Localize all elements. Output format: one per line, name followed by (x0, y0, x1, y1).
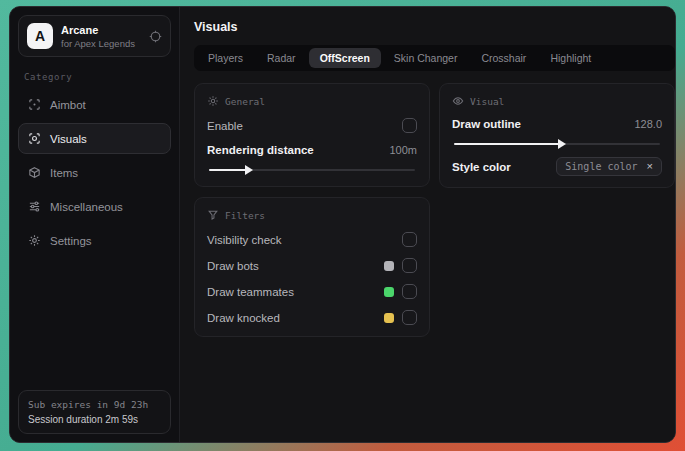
sidebar-item-items[interactable]: Items (18, 157, 171, 188)
style-color-value: Single color (565, 161, 637, 172)
sidebar-nav: Aimbot Visuals (18, 89, 171, 256)
visibility-check-label: Visibility check (207, 234, 282, 246)
style-color-row: Style color Single color × (452, 157, 662, 176)
main-content: Visuals Players Radar OffScreen Skin Cha… (180, 7, 676, 442)
tab-radar[interactable]: Radar (256, 48, 307, 68)
slider-fill (209, 169, 246, 171)
draw-bots-checkbox[interactable] (402, 258, 417, 273)
aimbot-icon (28, 98, 41, 111)
session-duration: Session duration 2m 59s (28, 414, 161, 425)
filters-panel-header: Filters (207, 209, 417, 221)
general-panel-title: General (225, 96, 265, 107)
subscription-card: Sub expires in 9d 23h Session duration 2… (18, 390, 171, 434)
rendering-distance-label: Rendering distance (207, 144, 314, 156)
draw-teammates-label: Draw teammates (207, 286, 294, 298)
rendering-distance-slider[interactable] (209, 169, 415, 171)
target-icon[interactable] (149, 30, 162, 43)
sidebar: A Arcane for Apex Legends Category (10, 7, 180, 442)
general-panel-header: General (207, 95, 417, 107)
tab-bar: Players Radar OffScreen Skin Changer Cro… (194, 45, 675, 71)
rendering-distance-value: 100m (389, 144, 417, 156)
sidebar-item-miscellaneous[interactable]: Miscellaneous (18, 191, 171, 222)
slider-thumb[interactable] (245, 165, 253, 175)
draw-knocked-row: Draw knocked (207, 310, 417, 325)
settings-icon (28, 234, 41, 247)
eye-icon (452, 95, 464, 107)
visual-panel-header: Visual (452, 95, 662, 107)
tab-highlight[interactable]: Highlight (539, 48, 602, 68)
visibility-check-checkbox[interactable] (402, 232, 417, 247)
style-color-label: Style color (452, 161, 511, 173)
visuals-icon (28, 132, 41, 145)
draw-teammates-row: Draw teammates (207, 284, 417, 299)
desktop-background: A Arcane for Apex Legends Category (0, 0, 685, 451)
gear-icon (207, 95, 219, 107)
draw-bots-row: Draw bots (207, 258, 417, 273)
general-panel: General Enable Rendering distance 100m (194, 83, 430, 187)
draw-teammates-color-swatch[interactable] (384, 287, 394, 297)
app-subtitle: for Apex Legends (61, 38, 135, 49)
visual-panel: Visual Draw outline 128.0 (439, 83, 675, 188)
sidebar-item-settings[interactable]: Settings (18, 225, 171, 256)
draw-outline-value: 128.0 (634, 118, 662, 130)
close-icon[interactable]: × (647, 161, 653, 172)
draw-teammates-checkbox[interactable] (402, 284, 417, 299)
style-color-select[interactable]: Single color × (556, 157, 662, 176)
category-label: Category (24, 72, 165, 82)
brand-text: Arcane for Apex Legends (61, 24, 135, 49)
app-name: Arcane (61, 24, 135, 36)
filters-panel-title: Filters (225, 210, 265, 221)
draw-knocked-label: Draw knocked (207, 312, 280, 324)
items-icon (28, 166, 41, 179)
visibility-check-row: Visibility check (207, 232, 417, 247)
sidebar-item-label: Visuals (50, 133, 87, 145)
miscellaneous-icon (28, 200, 41, 213)
draw-bots-label: Draw bots (207, 260, 259, 272)
funnel-icon (207, 209, 219, 221)
tab-players[interactable]: Players (197, 48, 254, 68)
sidebar-item-visuals[interactable]: Visuals (18, 123, 171, 154)
sidebar-item-label: Aimbot (50, 99, 86, 111)
sidebar-item-aimbot[interactable]: Aimbot (18, 89, 171, 120)
rendering-distance-row: Rendering distance 100m (207, 144, 417, 156)
sidebar-item-label: Settings (50, 235, 92, 247)
app-logo: A (27, 23, 53, 49)
filters-panel: Filters Visibility check Draw bots (194, 197, 430, 337)
brand-card: A Arcane for Apex Legends (18, 15, 171, 57)
enable-checkbox[interactable] (402, 118, 417, 133)
enable-label: Enable (207, 120, 243, 132)
subscription-expiry: Sub expires in 9d 23h (28, 399, 161, 410)
draw-bots-color-swatch[interactable] (384, 261, 394, 271)
draw-outline-row: Draw outline 128.0 (452, 118, 662, 130)
draw-outline-slider[interactable] (454, 143, 660, 145)
sidebar-item-label: Items (50, 167, 78, 179)
enable-row: Enable (207, 118, 417, 133)
draw-outline-label: Draw outline (452, 118, 521, 130)
page-title: Visuals (194, 20, 675, 34)
tab-crosshair[interactable]: Crosshair (470, 48, 537, 68)
sidebar-item-label: Miscellaneous (50, 201, 123, 213)
tab-offscreen[interactable]: OffScreen (309, 48, 381, 68)
slider-thumb[interactable] (558, 139, 566, 149)
panel-grid: General Enable Rendering distance 100m (194, 83, 675, 337)
slider-fill (454, 143, 559, 145)
app-window: A Arcane for Apex Legends Category (9, 6, 676, 443)
draw-knocked-checkbox[interactable] (402, 310, 417, 325)
draw-knocked-color-swatch[interactable] (384, 313, 394, 323)
tab-skin-changer[interactable]: Skin Changer (383, 48, 469, 68)
visual-panel-title: Visual (470, 96, 504, 107)
